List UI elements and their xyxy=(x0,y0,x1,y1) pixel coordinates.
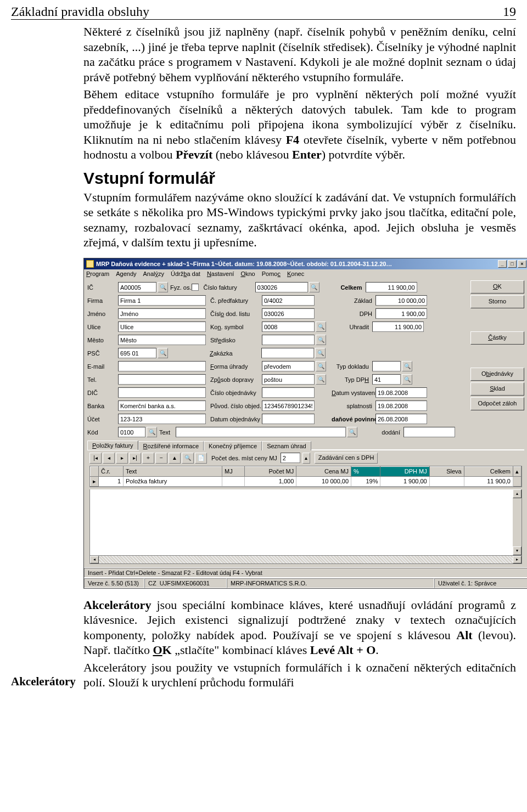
col-celkem[interactable]: Celkem xyxy=(464,466,513,476)
cfak-lookup-icon[interactable]: 🔍 xyxy=(309,282,319,292)
col-text[interactable]: Text xyxy=(124,466,222,476)
ksym-lookup-icon[interactable]: 🔍 xyxy=(316,322,326,332)
cell-pocet[interactable]: 1,000 xyxy=(244,476,296,486)
nav-add[interactable]: + xyxy=(142,453,154,464)
celkem-field[interactable] xyxy=(366,282,417,292)
fyzos-checkbox[interactable] xyxy=(192,284,199,291)
nav-last[interactable]: ▸| xyxy=(129,453,141,464)
firma-field[interactable] xyxy=(118,295,206,306)
cell-mj[interactable] xyxy=(222,476,245,486)
tdph-lookup-icon[interactable]: 🔍 xyxy=(402,374,412,385)
nav-next[interactable]: ▸ xyxy=(116,453,128,464)
castky-button[interactable]: Částky xyxy=(470,331,524,345)
pcobj-field[interactable] xyxy=(262,401,315,411)
kod-field[interactable] xyxy=(118,427,145,437)
cobj-field[interactable] xyxy=(262,387,315,398)
dodani-field[interactable] xyxy=(403,427,455,437)
menu-nastaveni[interactable]: Nastavení xyxy=(207,270,234,277)
mesto-field[interactable] xyxy=(118,335,206,345)
tdph-field[interactable] xyxy=(372,374,401,385)
menu-okno[interactable]: Okno xyxy=(240,270,255,277)
horizontal-scrollbar[interactable]: ◂ ▸ xyxy=(89,555,522,564)
storno-button[interactable]: Storno xyxy=(470,295,524,308)
cell-cr[interactable]: 1 xyxy=(99,476,124,486)
cell-cena[interactable]: 10 000,00 xyxy=(296,476,351,486)
cell-sleva[interactable] xyxy=(429,476,464,486)
minimize-button[interactable]: _ xyxy=(498,260,507,268)
titlebar[interactable]: MRP Daňová evidence + sklad~1~Firma 1~Úč… xyxy=(84,258,527,269)
dvyst-field[interactable] xyxy=(375,387,427,398)
cpred-field[interactable] xyxy=(262,295,315,306)
fuhr-field[interactable] xyxy=(262,361,315,371)
nav-tool1[interactable]: 🔍 xyxy=(182,453,194,464)
cfak-field[interactable] xyxy=(255,282,308,292)
table-row[interactable]: ▸ 1 Položka faktury 1,000 10 000,00 19% … xyxy=(91,476,522,486)
dic-field[interactable] xyxy=(118,387,206,398)
nav-edit[interactable]: ▲ xyxy=(169,453,181,464)
scroll-head[interactable]: ▴ xyxy=(513,466,522,476)
pocet-spin[interactable]: ▴ xyxy=(302,453,310,464)
cdod-field[interactable] xyxy=(262,308,315,319)
col-sleva[interactable]: Sleva xyxy=(429,466,464,476)
col-cena[interactable]: Cena MJ xyxy=(296,466,351,476)
tab-konecny[interactable]: Konečný příjemce xyxy=(204,441,262,450)
zak-lookup-icon[interactable]: 🔍 xyxy=(315,348,326,358)
zaklad-field[interactable] xyxy=(375,295,427,306)
odpocet-button[interactable]: Odpočet záloh xyxy=(470,397,524,410)
close-button[interactable]: × xyxy=(518,260,526,268)
nav-first[interactable]: |◂ xyxy=(89,453,102,464)
stred-field[interactable] xyxy=(262,335,315,345)
ulice-field[interactable] xyxy=(118,322,206,332)
kod-lookup-icon[interactable]: 🔍 xyxy=(147,427,157,437)
dobj-field[interactable] xyxy=(262,414,315,424)
scroll-down-icon[interactable]: ▾ xyxy=(513,546,522,555)
splat-field[interactable] xyxy=(375,401,427,411)
tab-seznam[interactable]: Seznam úhrad xyxy=(262,441,311,450)
stred-lookup-icon[interactable]: 🔍 xyxy=(316,335,326,345)
cell-dphmj[interactable]: 1 900,00 xyxy=(380,476,429,486)
col-pct[interactable]: % xyxy=(351,466,380,476)
vertical-scrollbar[interactable]: ▴ ▾ xyxy=(513,489,522,555)
nav-tool2[interactable]: 📄 xyxy=(195,453,207,464)
zdop-lookup-icon[interactable]: 🔍 xyxy=(316,374,326,385)
objednavky-button[interactable]: Objednávky xyxy=(470,368,524,381)
ucet-field[interactable] xyxy=(118,414,206,424)
jmeno-field[interactable] xyxy=(118,308,206,319)
sklad-button[interactable]: Sklad xyxy=(470,382,524,396)
text-lookup-icon[interactable]: 🔍 xyxy=(347,427,357,437)
psc-field[interactable] xyxy=(118,348,156,358)
col-dphmj[interactable]: DPH MJ xyxy=(380,466,429,476)
menu-konec[interactable]: Konec xyxy=(287,270,304,277)
ok-button[interactable]: OK xyxy=(470,280,524,294)
col-mj[interactable]: MJ xyxy=(222,466,245,476)
ksym-field[interactable] xyxy=(262,322,315,332)
tel-field[interactable] xyxy=(118,374,206,385)
uhradit-field[interactable] xyxy=(372,322,424,332)
nav-del[interactable]: − xyxy=(155,453,167,464)
text-field[interactable] xyxy=(176,427,346,437)
ic-field[interactable] xyxy=(118,282,156,292)
menu-agendy[interactable]: Agendy xyxy=(116,270,136,277)
pocet-des-field[interactable] xyxy=(281,453,300,463)
zak-field[interactable] xyxy=(261,348,314,358)
menu-udrzba[interactable]: Údržba dat xyxy=(171,270,200,277)
scroll-left-icon[interactable]: ◂ xyxy=(90,556,99,563)
danp-field[interactable] xyxy=(375,414,427,424)
psc-lookup-icon[interactable]: 🔍 xyxy=(158,348,168,358)
zadavani-dph-button[interactable]: Zadávání cen s DPH xyxy=(315,453,378,464)
tdokl-field[interactable] xyxy=(372,361,401,371)
scroll-right-icon[interactable]: ▸ xyxy=(513,556,522,563)
zdop-field[interactable] xyxy=(262,374,315,385)
menu-analyzy[interactable]: Analýzy xyxy=(143,270,165,277)
tab-rozsirene[interactable]: Rozšířené informace xyxy=(138,441,204,450)
fuhr-lookup-icon[interactable]: 🔍 xyxy=(316,361,326,371)
menu-pomoc[interactable]: Pomoc xyxy=(262,270,281,277)
nav-prev[interactable]: ◂ xyxy=(103,453,115,464)
dph-field[interactable] xyxy=(375,308,427,319)
cell-text[interactable]: Položka faktury xyxy=(124,476,222,486)
col-cr[interactable]: Č.r. xyxy=(99,466,124,476)
tdokl-lookup-icon[interactable]: 🔍 xyxy=(402,361,412,371)
ic-lookup-icon[interactable]: 🔍 xyxy=(158,282,168,292)
col-pocet[interactable]: Počet MJ xyxy=(244,466,296,476)
menu-program[interactable]: Program xyxy=(86,270,109,277)
